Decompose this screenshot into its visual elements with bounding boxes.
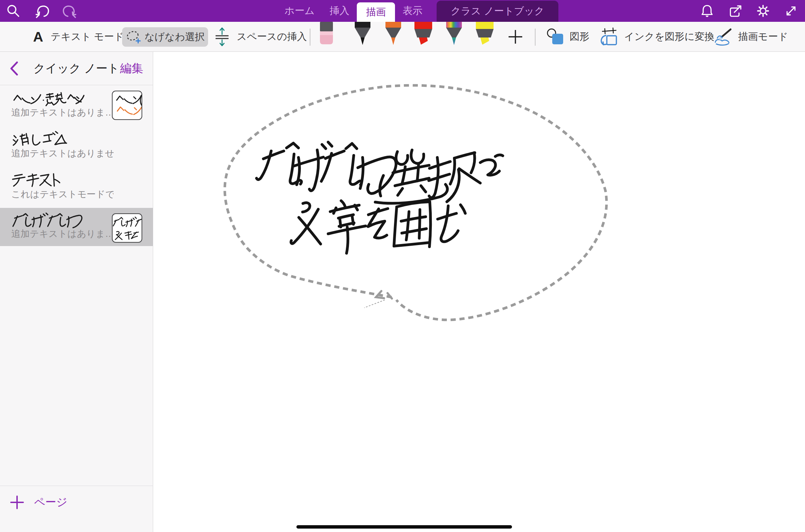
tab-draw[interactable]: 描画 [357, 2, 395, 22]
lasso-icon [126, 29, 141, 45]
handwritten-page-title: なげなわ [12, 213, 85, 229]
page-thumbnail: ペン ペン [112, 91, 142, 120]
handwritten-ink-line1[interactable]: なげなわ選択で [257, 142, 503, 203]
add-page-button[interactable]: ページ [10, 495, 68, 510]
top-app-bar: ホーム 挿入 描画 表示 クラス ノートブック [0, 0, 805, 22]
share-icon[interactable] [728, 4, 743, 18]
yellow-highlighter-icon [475, 22, 494, 46]
lasso-select-label: なげなわ選択 [145, 30, 205, 44]
galaxy-pen-tool[interactable] [445, 22, 463, 46]
undo-icon[interactable] [35, 4, 50, 18]
note-canvas[interactable]: lasso なげなわ選択で [153, 52, 805, 532]
plus-icon [508, 29, 523, 45]
drawing-toolbar: A テキスト モード なげなわ選択 スペースの挿入 [0, 22, 805, 52]
page-list-item-text[interactable]: テキスト これはテキストモードで入力し… [0, 167, 153, 208]
galaxy-pen-icon [445, 22, 463, 46]
fullscreen-expand-icon[interactable] [784, 4, 798, 18]
page-subtitle: 追加テキストはありま… [11, 106, 114, 119]
add-page-label: ページ [34, 495, 68, 510]
page-list-item-lasso[interactable]: なげなわ 追加テキストはありま… なげなわ 文章を [0, 208, 153, 246]
page-subtitle: 追加テキストはありま… [11, 228, 114, 240]
toolbar-divider [310, 29, 310, 46]
shapes-icon [546, 28, 565, 46]
settings-gear-icon[interactable] [756, 4, 770, 18]
red-highlighter-tool[interactable] [414, 22, 433, 46]
handwritten-ink-line2[interactable]: 文章を囲む [291, 201, 465, 253]
plus-icon [10, 496, 24, 509]
page-list-sidebar: クイック ノート 編集 ペン・蛍光ペン 追加テキストはありま… ペン ペン [0, 52, 153, 532]
redo-icon[interactable] [62, 4, 76, 18]
notifications-bell-icon[interactable] [700, 4, 714, 18]
eraser-tool[interactable] [317, 22, 336, 46]
black-pen-icon [353, 22, 372, 46]
page-list-item-eraser[interactable]: 消しゴム 追加テキストはありません [0, 126, 153, 167]
insert-space-label: スペースの挿入 [237, 30, 307, 44]
handwritten-page-title: ペン・蛍光ペン [12, 90, 85, 106]
draw-mode-label: 描画モード [738, 30, 788, 44]
add-pen-button[interactable] [508, 22, 523, 52]
edit-button[interactable]: 編集 [120, 52, 143, 85]
search-icon[interactable] [6, 4, 20, 18]
tab-home[interactable]: ホーム [277, 0, 322, 22]
page-subtitle: これはテキストモードで入力し… [11, 188, 114, 200]
black-pen-tool[interactable] [353, 22, 372, 46]
handwritten-page-title: 消しゴム [12, 131, 70, 147]
draw-mode-button[interactable]: 描画モード [713, 22, 788, 52]
home-indicator[interactable] [296, 525, 512, 529]
handwritten-page-title: テキスト [12, 172, 63, 188]
eraser-icon [317, 22, 336, 46]
tab-insert[interactable]: 挿入 [322, 0, 357, 22]
insert-space-icon [214, 27, 231, 47]
sidebar-header: クイック ノート 編集 [0, 52, 153, 85]
sidebar-footer: ページ [0, 486, 153, 532]
yellow-highlighter-tool[interactable] [475, 22, 494, 46]
shapes-label: 図形 [570, 30, 589, 44]
ribbon-tabs: ホーム 挿入 描画 表示 クラス ノートブック [277, 0, 558, 22]
ink-to-shape-button[interactable]: インクを図形に変換 [599, 22, 714, 52]
page-thumbnail: なげなわ 文章を [112, 213, 142, 243]
text-mode-label: テキスト モード [51, 30, 124, 44]
page-list-item-pen-highlighter[interactable]: ペン・蛍光ペン 追加テキストはありま… ペン ペン [0, 85, 153, 126]
draw-mode-hand-pen-icon [713, 27, 733, 46]
orange-pen-tool[interactable] [384, 22, 402, 46]
text-mode-button[interactable]: A テキスト モード [33, 22, 124, 52]
insert-space-button[interactable]: スペースの挿入 [214, 22, 307, 52]
ink-drawing-layer: lasso なげなわ選択で [153, 52, 805, 532]
ink-to-shape-label: インクを図形に変換 [624, 30, 714, 44]
tab-view[interactable]: 表示 [395, 0, 430, 22]
shapes-button[interactable]: 図形 [546, 22, 589, 52]
lasso-select-button[interactable]: なげなわ選択 [122, 27, 208, 47]
page-subtitle: 追加テキストはありません [11, 147, 114, 159]
ink-to-shape-icon [599, 27, 619, 46]
text-mode-a-icon: A [33, 29, 43, 45]
orange-pen-icon [384, 22, 402, 46]
tab-class-notebook[interactable]: クラス ノートブック [437, 1, 558, 22]
red-highlighter-icon [414, 22, 433, 46]
toolbar-divider [535, 29, 536, 46]
